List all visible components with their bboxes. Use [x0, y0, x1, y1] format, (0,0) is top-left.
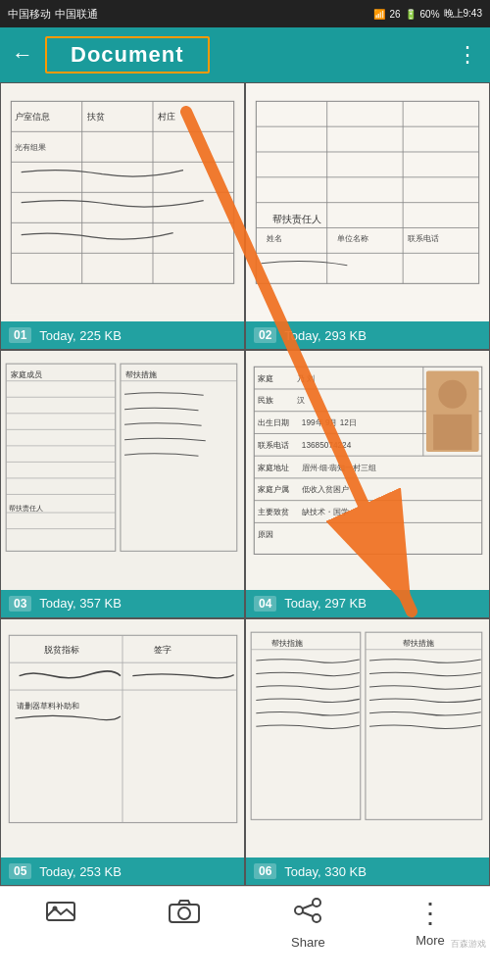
signal-strength: 26 [389, 9, 400, 20]
status-bar: 中国移动 中国联通 📶 26 🔋 60% 晚上9:43 [0, 0, 490, 27]
cell-info-04: Today, 297 KB [284, 596, 481, 611]
svg-point-93 [313, 899, 320, 906]
svg-text:199年 9月 12日: 199年 9月 12日 [302, 419, 357, 428]
share-label: Share [291, 935, 325, 950]
signal-icon: 📶 [373, 9, 385, 20]
svg-text:缺技术・国学: 缺技术・国学 [302, 508, 349, 516]
svg-text:帮扶措施: 帮扶措施 [125, 370, 157, 379]
cell-info-03: Today, 357 KB [39, 596, 236, 611]
cell-label-06: 06 Today, 330 KB [246, 858, 489, 885]
cell-num-03: 03 [9, 596, 31, 612]
battery-level: 60% [420, 9, 440, 20]
doc-image-02: 帮扶责任人 姓名 单位名称 联系电话 [246, 83, 489, 321]
cell-num-05: 05 [9, 863, 31, 879]
app-header: ← Document ⋮ [0, 27, 490, 82]
svg-rect-29 [1, 359, 244, 581]
svg-text:帮扶措施: 帮扶措施 [403, 638, 434, 647]
battery-icon: 🔋 [405, 9, 416, 20]
svg-text:帮扶责任人: 帮扶责任人 [272, 214, 321, 224]
photo-cell-06[interactable]: 帮扶指施 帮扶措施 06 Today, 330 KB [245, 618, 490, 886]
toolbar-share-button[interactable]: Share [291, 897, 325, 950]
svg-line-96 [303, 905, 313, 908]
svg-text:光有组果: 光有组果 [15, 143, 46, 152]
cell-info-05: Today, 253 KB [39, 864, 236, 879]
bottom-toolbar: Share ⋮ More [0, 886, 490, 980]
cell-num-04: 04 [254, 596, 276, 612]
svg-text:联系电话: 联系电话 [258, 441, 289, 450]
svg-text:主要致贫: 主要致贫 [258, 508, 289, 516]
svg-text:家庭户属: 家庭户属 [258, 486, 289, 495]
svg-point-92 [178, 907, 190, 919]
more-icon: ⋮ [416, 897, 444, 929]
svg-point-90 [53, 906, 58, 911]
svg-text:帮扶指施: 帮扶指施 [271, 638, 303, 647]
photo-cell-02[interactable]: 帮扶责任人 姓名 单位名称 联系电话 02 Today, 293 KB [245, 82, 490, 350]
more-label: More [416, 933, 445, 948]
photo-cell-05[interactable]: 脱贫指标 签字 请删器草料补助和 05 Today, 253 KB [0, 618, 245, 886]
photo-cell-03[interactable]: 家庭成员 帮扶措施 帮扶责任人 0 [0, 350, 245, 617]
svg-text:13685074224: 13685074224 [302, 441, 352, 450]
cell-info-01: Today, 225 KB [39, 328, 236, 343]
carrier-info: 中国移动 中国联通 [8, 7, 98, 22]
watermark: 百森游戏 [451, 938, 486, 951]
doc-image-03: 家庭成员 帮扶措施 帮扶责任人 [1, 351, 244, 589]
svg-text:乃 刘: 乃 刘 [297, 374, 315, 383]
gallery-icon [45, 897, 76, 931]
more-button[interactable]: ⋮ [457, 42, 478, 68]
svg-text:原因: 原因 [258, 530, 273, 539]
svg-text:出生日期: 出生日期 [258, 419, 289, 428]
svg-text:村庄: 村庄 [157, 112, 175, 122]
cell-label-04: 04 Today, 297 KB [246, 590, 489, 617]
toolbar-camera-button[interactable] [168, 897, 201, 931]
time: 晚上9:43 [444, 7, 482, 21]
svg-text:联系电话: 联系电话 [408, 234, 439, 243]
doc-image-05: 脱贫指标 签字 请删器草料补助和 [1, 619, 244, 858]
doc-image-04: 家庭 乃 刘 民族 汉 出生日期 199年 9月 12日 联系电话 136850… [246, 351, 489, 589]
cell-label-01: 01 Today, 225 KB [1, 321, 244, 349]
doc-image-06: 帮扶指施 帮扶措施 [246, 619, 489, 858]
cell-label-05: 05 Today, 253 KB [1, 858, 244, 885]
svg-text:请删器草料补助和: 请删器草料补助和 [17, 701, 79, 710]
svg-text:签字: 签字 [154, 644, 172, 654]
back-button[interactable]: ← [12, 42, 33, 68]
svg-text:民族: 民族 [258, 397, 273, 406]
photo-grid: 户室信息 光有组果 扶贫 村庄 01 Today, 225 KB [0, 82, 490, 886]
svg-text:脱贫指标: 脱贫指标 [44, 644, 79, 654]
cell-info-06: Today, 330 KB [284, 864, 481, 879]
page-title: Document [71, 42, 184, 67]
svg-line-97 [303, 912, 313, 916]
photo-cell-01[interactable]: 户室信息 光有组果 扶贫 村庄 01 Today, 225 KB [0, 82, 245, 350]
cell-label-02: 02 Today, 293 KB [246, 321, 489, 349]
svg-text:汉: 汉 [297, 397, 305, 406]
cell-num-01: 01 [9, 327, 31, 343]
svg-point-57 [438, 380, 466, 409]
svg-text:帮扶责任人: 帮扶责任人 [9, 504, 43, 513]
cell-label-03: 03 Today, 357 KB [1, 590, 244, 617]
carrier1: 中国移动 [8, 7, 51, 22]
title-box: Document [45, 36, 210, 74]
svg-rect-58 [433, 415, 471, 450]
status-right: 📶 26 🔋 60% 晚上9:43 [373, 7, 482, 21]
svg-text:家庭: 家庭 [258, 374, 273, 383]
cell-info-02: Today, 293 KB [284, 328, 481, 343]
doc-image-01: 户室信息 光有组果 扶贫 村庄 [1, 83, 244, 321]
svg-rect-82 [246, 627, 489, 850]
cell-num-06: 06 [254, 863, 276, 879]
svg-text:扶贫: 扶贫 [86, 112, 105, 122]
toolbar-more-button[interactable]: ⋮ More [416, 897, 445, 948]
svg-text:单位名称: 单位名称 [337, 234, 368, 243]
toolbar-gallery-button[interactable] [45, 897, 76, 931]
svg-rect-2 [1, 91, 244, 314]
svg-point-94 [295, 906, 303, 914]
carrier2: 中国联通 [55, 7, 98, 22]
camera-icon [168, 897, 201, 931]
svg-point-95 [313, 914, 320, 922]
share-icon [293, 897, 322, 931]
svg-text:低收入贫困户: 低收入贫困户 [302, 486, 349, 495]
cell-num-02: 02 [254, 327, 276, 343]
svg-text:姓名: 姓名 [267, 234, 282, 243]
svg-text:眉州·细·翡知一村三组: 眉州·细·翡知一村三组 [302, 464, 377, 472]
svg-text:家庭成员: 家庭成员 [11, 370, 42, 379]
photo-cell-04[interactable]: 家庭 乃 刘 民族 汉 出生日期 199年 9月 12日 联系电话 136850… [245, 350, 490, 617]
svg-text:家庭地址: 家庭地址 [258, 464, 289, 472]
